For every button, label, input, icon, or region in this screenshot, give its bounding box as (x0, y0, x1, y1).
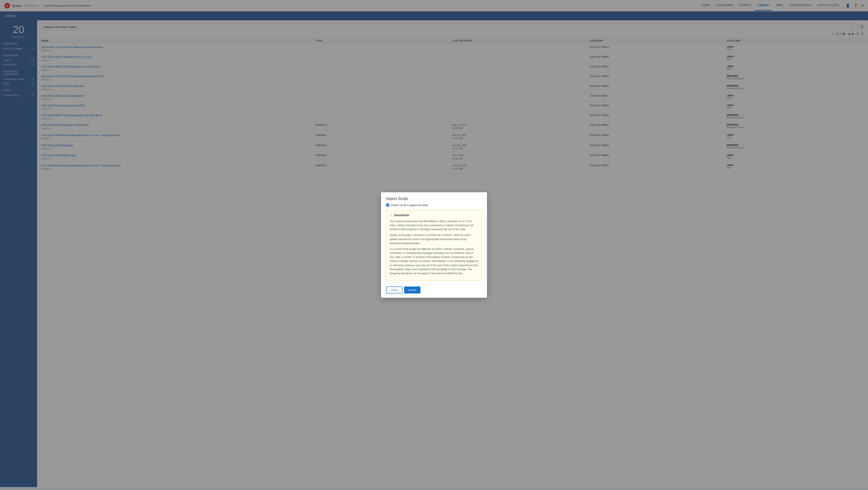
close-button[interactable]: Close (386, 287, 402, 293)
approved-state-checkbox[interactable] (386, 203, 389, 207)
modal-footer: Close Import (381, 284, 487, 298)
disclaimer-box: ⚠ Disclaimer The Custom Assessment and R… (386, 210, 482, 281)
checkbox-row: Import script in approved state (386, 203, 482, 207)
modal-body: Import script in approved state ⚠ Discla… (381, 203, 487, 284)
warning-icon: ⚠ (390, 213, 393, 217)
disclaimer-para-1: Qualys encourages customers to do their … (390, 233, 478, 246)
modal-overlay: Import Script Import script in approved … (0, 0, 868, 487)
disclaimer-header: ⚠ Disclaimer (390, 213, 478, 217)
disclaimer-para-0: The Custom Assessment and Remediation ut… (390, 219, 478, 232)
modal-title: Import Script (381, 192, 487, 203)
import-script-modal: Import Script Import script in approved … (381, 192, 487, 298)
disclaimer-para-2: In no event shall Qualys be liable for a… (390, 247, 478, 275)
disclaimer-title: Disclaimer (394, 214, 409, 217)
import-button[interactable]: Import (404, 287, 421, 293)
checkbox-label: Import script in approved state (391, 203, 428, 207)
